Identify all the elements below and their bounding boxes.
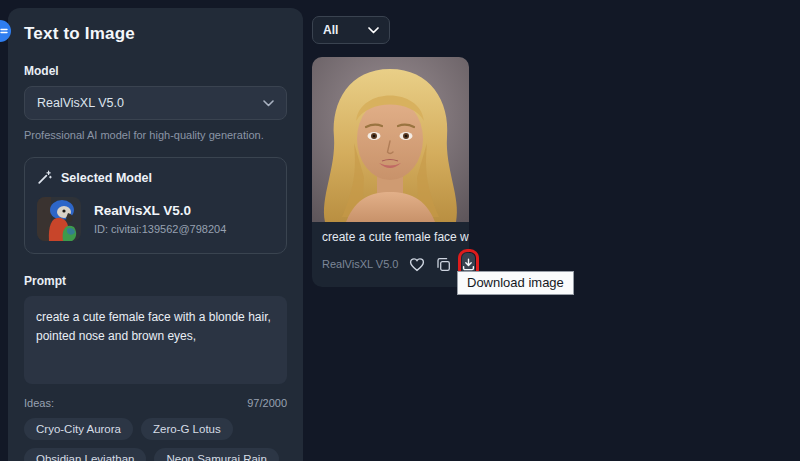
model-select-value: RealVisXL V5.0 [37, 96, 124, 110]
like-button[interactable] [409, 257, 425, 272]
ideas-label: Ideas: [24, 397, 54, 409]
menu-icon [0, 27, 8, 35]
text-to-image-panel: Text to Image Model RealVisXL V5.0 Profe… [8, 8, 303, 461]
magic-wand-icon [37, 170, 52, 185]
idea-chips: Cryo-City Aurora Zero-G Lotus Obsidian L… [24, 418, 287, 461]
idea-chip[interactable]: Neon Samurai Rain [154, 448, 278, 461]
page-title: Text to Image [24, 24, 287, 44]
copy-button[interactable] [436, 257, 451, 272]
model-description: Professional AI model for high-quality g… [24, 129, 287, 141]
selected-model-name: RealVisXL V5.0 [94, 203, 226, 218]
selected-model-id: ID: civitai:139562@798204 [94, 223, 226, 235]
gallery-filter-select[interactable]: All [312, 16, 390, 44]
selected-model-header: Selected Model [61, 171, 152, 185]
prompt-label: Prompt [24, 274, 287, 288]
idea-chip[interactable]: Cryo-City Aurora [24, 418, 133, 440]
download-icon [462, 258, 475, 271]
copy-icon [436, 257, 451, 272]
heart-icon [409, 257, 425, 272]
idea-chip[interactable]: Obsidian Leviathan [24, 448, 146, 461]
model-select[interactable]: RealVisXL V5.0 [24, 86, 287, 120]
download-tooltip: Download image [457, 271, 574, 295]
prompt-input[interactable]: create a cute female face with a blonde … [24, 296, 287, 384]
char-counter: 97/2000 [247, 397, 287, 409]
chevron-down-icon [263, 100, 274, 107]
model-thumbnail-parrot [37, 197, 81, 241]
gallery-filter-value: All [323, 23, 338, 37]
model-label: Model [24, 64, 287, 78]
selected-model-card: Selected Model RealVisXL V5.0 ID: ci [24, 157, 287, 254]
idea-chip[interactable]: Zero-G Lotus [141, 418, 233, 440]
generated-image-card[interactable]: create a cute female face with ... RealV… [312, 57, 469, 287]
image-caption: create a cute female face with ... [312, 222, 469, 244]
image-model-name: RealVisXL V5.0 [322, 258, 398, 270]
generated-portrait-image[interactable] [312, 57, 469, 222]
chevron-down-icon [368, 27, 379, 34]
